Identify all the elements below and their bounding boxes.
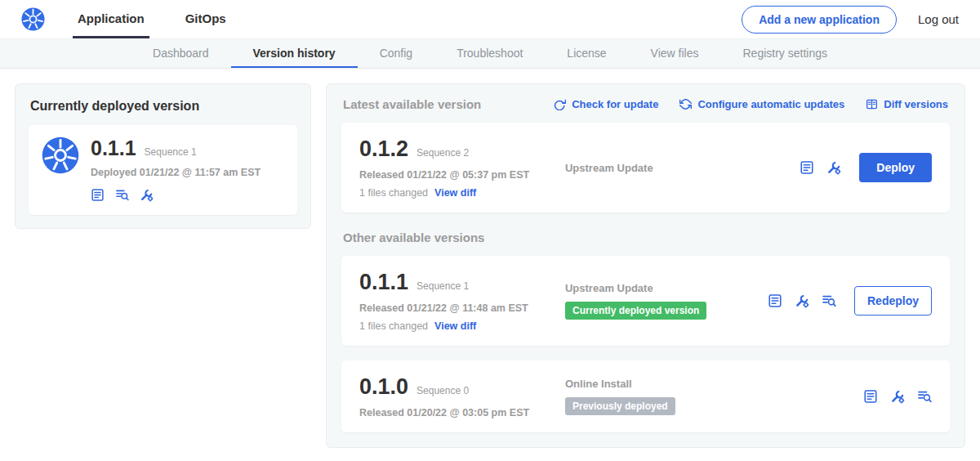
version-number: 0.1.0 [359,374,408,400]
version-actions [863,389,932,404]
version-row-0-1-2: 0.1.2 Sequence 2 Released 01/21/22 @ 05:… [341,123,950,213]
previously-deployed-badge: Previously deployed [565,397,675,415]
deployed-date: Deployed 01/21/22 @ 11:57 am EST [91,167,261,178]
deployed-version-info: 0.1.1 Sequence 1 Deployed 01/21/22 @ 11:… [91,137,261,202]
kubernetes-logo-icon [21,7,45,31]
subnav-view-files[interactable]: View files [629,39,721,68]
version-number: 0.1.1 [359,270,408,295]
version-actions: Deploy [800,153,932,182]
version-history-panel: Latest available version Check for updat… [326,83,965,448]
deployed-panel-title: Currently deployed version [30,99,297,114]
view-diff-link[interactable]: View diff [434,187,476,199]
subnav-license[interactable]: License [545,39,628,68]
versions-header: Latest available version Check for updat… [343,97,948,111]
version-info: 0.1.1 Sequence 1 Released 01/21/22 @ 11:… [359,270,565,332]
version-row-0-1-1: 0.1.1 Sequence 1 Released 01/21/22 @ 11:… [341,256,950,346]
diff-icon[interactable] [917,389,932,404]
release-notes-icon[interactable] [768,293,782,308]
config-icon[interactable] [890,389,905,404]
app-tabs: Application GitOps [73,0,262,38]
deployed-version-actions [91,188,261,202]
config-icon[interactable] [795,293,809,308]
version-sequence: Sequence 1 [416,280,469,292]
add-application-button[interactable]: Add a new application [742,6,897,34]
subnav-version-history[interactable]: Version history [231,39,358,68]
version-sequence: Sequence 2 [416,147,469,159]
columns-icon [866,98,878,110]
diff-icon[interactable] [822,293,836,308]
deployed-version-sequence: Sequence 1 [145,146,197,158]
version-source: Upstream Update Currently deployed versi… [565,282,768,320]
versions-header-actions: Check for update Configure automatic upd… [554,98,948,110]
currently-deployed-panel: Currently deployed version 0.1.1 Sequenc… [15,83,311,229]
version-source-label: Upstream Update [565,162,768,174]
subnav-dashboard[interactable]: Dashboard [131,39,231,68]
released-date: Released 01/21/22 @ 11:48 am EST [359,302,565,314]
app-logo-icon [42,137,79,202]
subnav-troubleshoot[interactable]: Troubleshoot [434,39,545,68]
version-source: Online Install Previously deployed [565,378,768,415]
version-actions: Redeploy [768,286,932,316]
version-info: 0.1.2 Sequence 2 Released 01/21/22 @ 05:… [359,137,565,199]
release-notes-icon[interactable] [800,160,814,175]
deploy-button[interactable]: Deploy [859,153,932,182]
subnav-registry-settings[interactable]: Registry settings [721,39,849,68]
check-for-update-button[interactable]: Check for update [554,98,658,110]
tab-application-label: Application [78,11,145,25]
released-date: Released 01/20/22 @ 03:05 pm EST [359,407,565,418]
configure-automatic-updates-button[interactable]: Configure automatic updates [679,98,844,110]
redeploy-button[interactable]: Redeploy [854,286,932,316]
currently-deployed-badge: Currently deployed version [565,302,706,320]
deployed-version-number: 0.1.1 [91,137,136,160]
sync-icon [679,98,692,110]
diff-versions-button[interactable]: Diff versions [866,98,948,110]
version-info: 0.1.0 Sequence 0 Released 01/20/22 @ 03:… [359,374,565,418]
release-notes-icon[interactable] [863,389,878,404]
files-changed-label: 1 files changed [359,187,428,199]
config-icon[interactable] [140,188,154,202]
release-notes-icon[interactable] [91,188,105,202]
config-icon[interactable] [826,160,841,175]
deployed-version-card: 0.1.1 Sequence 1 Deployed 01/21/22 @ 11:… [29,125,297,215]
subnav-config[interactable]: Config [358,39,434,68]
version-source: Upstream Update [565,162,768,174]
files-changed-label: 1 files changed [359,320,428,332]
latest-version-heading: Latest available version [343,97,481,111]
check-for-update-label: Check for update [572,98,658,110]
version-source-label: Online Install [565,378,768,390]
tab-application[interactable]: Application [73,0,149,38]
version-source-label: Upstream Update [565,282,768,294]
diff-icon[interactable] [115,188,129,202]
view-diff-link[interactable]: View diff [434,320,476,332]
version-sequence: Sequence 0 [416,385,469,396]
other-versions-heading: Other available versions [343,230,948,244]
version-row-0-1-0: 0.1.0 Sequence 0 Released 01/20/22 @ 03:… [341,360,950,432]
tab-gitops[interactable]: GitOps [180,0,231,38]
refresh-icon [554,98,566,110]
diff-versions-label: Diff versions [884,98,948,110]
configure-automatic-updates-label: Configure automatic updates [697,98,844,110]
main-content: Currently deployed version 0.1.1 Sequenc… [0,69,980,461]
logout-button[interactable]: Log out [918,12,959,26]
tab-gitops-label: GitOps [185,11,226,25]
app-subnav: Dashboard Version history Config Trouble… [0,38,980,69]
version-number: 0.1.2 [359,137,408,162]
topbar: Application GitOps Add a new application… [0,0,980,38]
released-date: Released 01/21/22 @ 05:37 pm EST [359,169,565,181]
